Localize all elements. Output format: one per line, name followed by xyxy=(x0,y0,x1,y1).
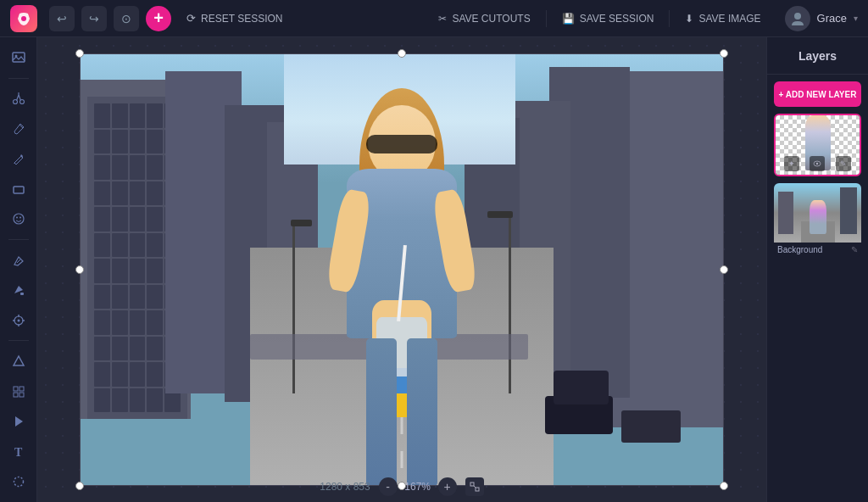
svg-rect-25 xyxy=(19,393,24,397)
divider-2 xyxy=(669,10,670,27)
left-sidebar: T xyxy=(0,37,37,502)
tool-divider-2 xyxy=(8,239,29,240)
session-icon: 💾 xyxy=(562,13,575,25)
triangle-tool-button[interactable] xyxy=(4,348,33,375)
image-tool-button[interactable] xyxy=(4,44,33,71)
status-bar: 1280 x 853 - 167% + xyxy=(37,471,766,502)
fit-canvas-button[interactable] xyxy=(465,477,484,496)
svg-point-1 xyxy=(794,13,801,20)
handle-top-left[interactable] xyxy=(75,49,84,58)
brush-tool-button[interactable] xyxy=(4,115,33,142)
download-icon: ⬇ xyxy=(685,13,693,25)
shape-tool-button[interactable] xyxy=(4,176,33,203)
layer-icons-cutout: ✦ ✎ xyxy=(776,156,860,171)
handle-top-right[interactable] xyxy=(720,49,728,58)
svg-line-7 xyxy=(19,95,21,101)
save-cutouts-button[interactable]: ✂ SAVE CUTOUTS xyxy=(430,9,538,28)
svg-rect-23 xyxy=(19,387,24,391)
handle-middle-right[interactable] xyxy=(720,265,728,274)
grid-tool-button[interactable] xyxy=(4,378,33,405)
zoom-value: 167% xyxy=(403,481,433,493)
circle-select-tool-button[interactable] xyxy=(4,468,33,495)
layer-thumbnail-background xyxy=(774,183,861,243)
svg-line-30 xyxy=(474,486,476,488)
layer-item-background[interactable]: Background ✎ → xyxy=(774,183,861,257)
layer-label-background: Background xyxy=(777,245,822,254)
add-button[interactable]: + xyxy=(146,6,171,31)
layers-panel-body: + ADD NEW LAYER ✦ ✎ xyxy=(767,75,868,502)
zoom-in-button[interactable]: + xyxy=(438,477,457,496)
user-menu[interactable]: Grace ▾ xyxy=(785,6,858,31)
thumb-building-right xyxy=(840,187,857,234)
redo-button[interactable]: ↪ xyxy=(81,6,107,31)
handle-middle-left[interactable] xyxy=(75,265,84,274)
layer-edit-button[interactable]: ✎ xyxy=(851,245,858,254)
right-panel: Layers + ADD NEW LAYER ✦ xyxy=(766,37,868,502)
svg-point-27 xyxy=(14,477,23,487)
layer-item-cutout[interactable]: ✦ ✎ xyxy=(774,114,861,176)
canvas-area[interactable]: for(let i=0;i<60;i++) document.write('<d… xyxy=(37,37,766,502)
layer-edit-icon-button[interactable]: ✎ xyxy=(836,156,851,171)
clone-tool-button[interactable] xyxy=(4,307,33,334)
canvas-wrapper: for(let i=0;i<60;i++) document.write('<d… xyxy=(80,53,724,486)
zoom-out-button[interactable]: - xyxy=(379,477,398,496)
layer-label-row: Background ✎ xyxy=(774,243,861,257)
save-image-button[interactable]: ⬇ SAVE IMAGE xyxy=(676,9,769,28)
app-logo xyxy=(10,5,37,32)
thumb-building-left xyxy=(778,192,793,234)
handle-top-middle[interactable] xyxy=(398,49,406,58)
play-tool-button[interactable] xyxy=(4,408,33,435)
canvas-dimensions: 1280 x 853 xyxy=(320,481,370,493)
reset-session-label: RESET SESSION xyxy=(201,13,282,25)
history-button[interactable]: ⊙ xyxy=(114,6,139,31)
save-session-label: SAVE SESSION xyxy=(580,13,654,25)
fill-tool-button[interactable] xyxy=(4,276,33,304)
reset-session-button[interactable]: ⟳ RESET SESSION xyxy=(178,8,291,28)
reset-icon: ⟳ xyxy=(186,12,196,25)
svg-point-17 xyxy=(17,319,19,321)
sticker-tool-button[interactable] xyxy=(4,206,33,233)
svg-rect-10 xyxy=(14,187,24,193)
panel-title: Layers xyxy=(798,49,837,63)
zoom-control: - 167% + xyxy=(379,477,457,496)
svg-text:T: T xyxy=(14,446,23,459)
scissors-icon: ✂ xyxy=(438,13,447,25)
tool-divider-1 xyxy=(8,78,29,79)
svg-line-6 xyxy=(16,95,19,101)
svg-point-11 xyxy=(14,214,24,224)
svg-rect-28 xyxy=(470,482,474,486)
topbar: ↩ ↪ ⊙ + ⟳ RESET SESSION ✂ SAVE CUTOUTS 💾… xyxy=(0,0,868,37)
chevron-down-icon: ▾ xyxy=(854,14,858,23)
undo-button[interactable]: ↩ xyxy=(49,6,75,31)
pen-tool-button[interactable] xyxy=(4,145,33,172)
svg-rect-15 xyxy=(20,293,24,295)
save-cutouts-label: SAVE CUTOUTS xyxy=(452,13,530,25)
svg-rect-29 xyxy=(476,488,479,491)
save-session-button[interactable]: 💾 SAVE SESSION xyxy=(554,9,663,28)
text-tool-button[interactable]: T xyxy=(4,438,33,466)
layer-mask-button[interactable]: ✦ xyxy=(784,156,799,171)
main-content: T for(let i=0;i<60;i++) document.write('… xyxy=(0,37,868,502)
user-name: Grace xyxy=(817,12,847,25)
canvas-image[interactable]: for(let i=0;i<60;i++) document.write('<d… xyxy=(80,53,724,486)
street-thumbnail xyxy=(774,183,861,243)
svg-point-0 xyxy=(21,16,26,21)
layer-visibility-button[interactable] xyxy=(810,156,825,171)
tool-divider-3 xyxy=(8,340,29,341)
eraser-tool-button[interactable] xyxy=(4,247,33,274)
divider-1 xyxy=(546,10,547,27)
add-new-layer-button[interactable]: + ADD NEW LAYER xyxy=(774,81,861,107)
svg-rect-24 xyxy=(14,393,18,397)
cut-tool-button[interactable] xyxy=(4,85,33,112)
svg-point-13 xyxy=(19,217,21,219)
thumb-person xyxy=(810,200,826,234)
user-avatar xyxy=(785,6,810,31)
save-image-label: SAVE IMAGE xyxy=(698,13,760,25)
svg-rect-22 xyxy=(14,387,18,391)
svg-point-32 xyxy=(816,163,818,165)
svg-point-12 xyxy=(16,217,18,219)
panel-header: Layers xyxy=(767,37,868,75)
svg-rect-2 xyxy=(13,53,25,62)
